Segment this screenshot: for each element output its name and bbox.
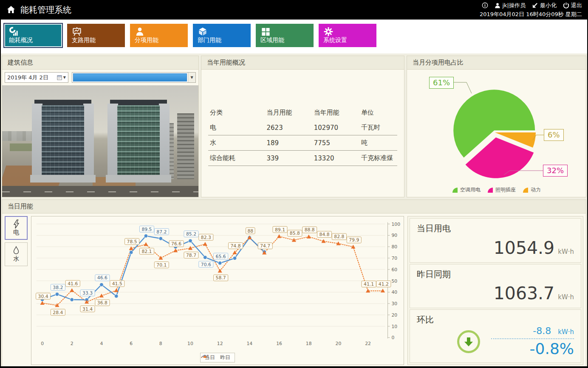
logout-label: 退出 (571, 2, 582, 9)
user-menu[interactable]: jk|操作员 (495, 2, 526, 9)
legend-fan-icon (523, 187, 529, 193)
svg-text:8: 8 (159, 341, 162, 346)
cell: 千克标准煤 (359, 151, 397, 166)
nav-label: 区域用能 (260, 37, 310, 44)
date-value: 2019年 4月 2日 (7, 74, 48, 81)
nav-label: 能耗概况 (9, 37, 59, 44)
nav-subentry-energy[interactable]: 分项用能 (130, 24, 188, 47)
pie-chart-panel: 当月分项用电占比 61% 6% 32% 空调用电 (407, 56, 586, 197)
col-header-year: 当年用能 (312, 105, 359, 120)
pie-callout-ac: 61% (429, 77, 454, 89)
nav-label: 系统设置 (323, 37, 373, 44)
nav-system-settings[interactable]: 系统设置 (319, 24, 376, 47)
svg-text:88.8: 88.8 (305, 227, 315, 233)
power-icon (563, 2, 569, 8)
legend-line-triangle-icon (201, 353, 209, 359)
stat-card-yesterday: 昨日同期 1063.7 kW·h (410, 264, 581, 309)
year-panel-title: 当年用能概况 (201, 56, 404, 70)
svg-text:10: 10 (187, 341, 193, 346)
minimize-icon (532, 2, 538, 8)
legend-label: 照明插座 (495, 186, 516, 194)
cell: 电 (208, 120, 265, 135)
pie-callout-power: 6% (544, 129, 564, 141)
building-selector-selection (73, 73, 187, 81)
svg-text:82.8: 82.8 (334, 234, 344, 239)
cell: 综合能耗 (208, 151, 265, 166)
svg-text:65.6: 65.6 (216, 254, 226, 259)
energy-type-electric-button[interactable]: 电 (5, 216, 28, 240)
stat-label: 昨日同期 (417, 269, 574, 280)
pie-legend: 空调用电 照明插座 动力 (407, 186, 586, 194)
svg-text:100: 100 (391, 222, 400, 227)
year-overview-panel: 当年用能概况 分类 当月用能 当年用能 单位 电 2623 102970 (201, 56, 404, 197)
nav-area-energy[interactable]: 区域用能 (256, 24, 314, 47)
svg-text:0: 0 (41, 341, 44, 346)
info-icon[interactable] (482, 2, 488, 8)
svg-text:46.6: 46.6 (97, 275, 107, 281)
minimize-button[interactable]: 最小化 (532, 2, 557, 9)
legend-label: 昨日 (220, 354, 230, 361)
nav-department-energy[interactable]: 部门用能 (193, 24, 251, 47)
stat-card-ratio: 环比 -8.8 kW·h (410, 309, 581, 363)
daily-line-chart: 0102030405060708090100024681012141618202… (31, 216, 404, 363)
col-header-unit: 单位 (359, 105, 397, 120)
svg-text:16: 16 (276, 341, 282, 346)
top-bar: 能耗管理系统 jk|操作员 最小化 (1, 0, 587, 20)
building-photo (2, 85, 198, 197)
svg-text:38.2: 38.2 (53, 285, 63, 290)
app-brand: 能耗管理系统 (6, 4, 71, 16)
svg-text:87.2: 87.2 (156, 229, 167, 235)
person-icon (135, 27, 145, 37)
svg-text:84.8: 84.8 (319, 232, 330, 237)
svg-text:80: 80 (391, 244, 397, 250)
line-chart-legend[interactable]: 当日 昨日 (200, 353, 235, 362)
cell: 102970 (312, 120, 359, 135)
user-name: jk|操作员 (502, 2, 526, 9)
svg-text:60: 60 (391, 267, 397, 272)
app-window: 能耗管理系统 jk|操作员 最小化 (0, 0, 588, 368)
top-right: jk|操作员 最小化 退出 2019年04月02日 16时40分09秒 星期二 (480, 2, 582, 18)
pie-panel-title: 当月分项用电占比 (407, 56, 586, 70)
building-selector-dropdown[interactable]: ▼ (72, 72, 196, 83)
table-row-electric: 电 2623 102970 千瓦时 (208, 120, 397, 135)
nav-energy-overview[interactable]: 能耗概况 (4, 24, 62, 47)
cube-icon (198, 27, 208, 37)
svg-text:33.3: 33.3 (82, 290, 93, 296)
col-header-month: 当月用能 (265, 105, 312, 120)
stat-unit: kW·h (558, 293, 574, 301)
svg-text:22: 22 (365, 341, 371, 346)
app-title: 能耗管理系统 (20, 4, 71, 16)
stat-value: 1063.7 (494, 283, 554, 303)
ratio-percent: -0.8% (530, 340, 574, 357)
ratio-divider (491, 338, 574, 339)
svg-text:50: 50 (391, 278, 397, 284)
svg-text:70.6: 70.6 (201, 262, 211, 267)
stat-card-today: 当日用电 1054.9 kW·h (410, 218, 581, 263)
cell: 千瓦时 (359, 120, 397, 135)
energy-type-label: 电 (13, 229, 19, 236)
dropdown-arrow-icon[interactable]: ▼ (188, 73, 195, 82)
nav-label: 分项用能 (135, 37, 184, 44)
calendar-icon[interactable]: ▼ (57, 75, 66, 80)
main-nav: 能耗概况 支路用能 分项用能 部门用能 (1, 20, 587, 53)
water-drop-icon (12, 246, 20, 255)
logout-button[interactable]: 退出 (563, 2, 582, 9)
svg-text:89.1: 89.1 (275, 227, 285, 233)
energy-type-water-button[interactable]: 水 (5, 242, 28, 266)
building-panel-title: 建筑信息 (2, 56, 198, 70)
presentation-chart-icon (72, 27, 82, 37)
svg-text:4: 4 (100, 341, 103, 346)
nav-branch-energy[interactable]: 支路用能 (67, 24, 125, 47)
table-header-row: 分类 当月用能 当年用能 单位 (208, 105, 397, 120)
home-icon (6, 5, 16, 15)
legend-item-yesterday[interactable]: 昨日 (220, 354, 230, 361)
svg-text:82.3: 82.3 (201, 235, 211, 240)
svg-text:88: 88 (247, 228, 253, 234)
legend-fan-icon (452, 187, 458, 193)
date-picker[interactable]: 2019年 4月 2日 ▼ (5, 72, 68, 83)
svg-text:2: 2 (71, 341, 74, 346)
energy-type-switcher: 电 水 (5, 216, 28, 365)
stat-value: 1054.9 (494, 238, 554, 258)
top-actions: jk|操作员 最小化 退出 (482, 2, 582, 9)
cell: 339 (265, 151, 312, 166)
